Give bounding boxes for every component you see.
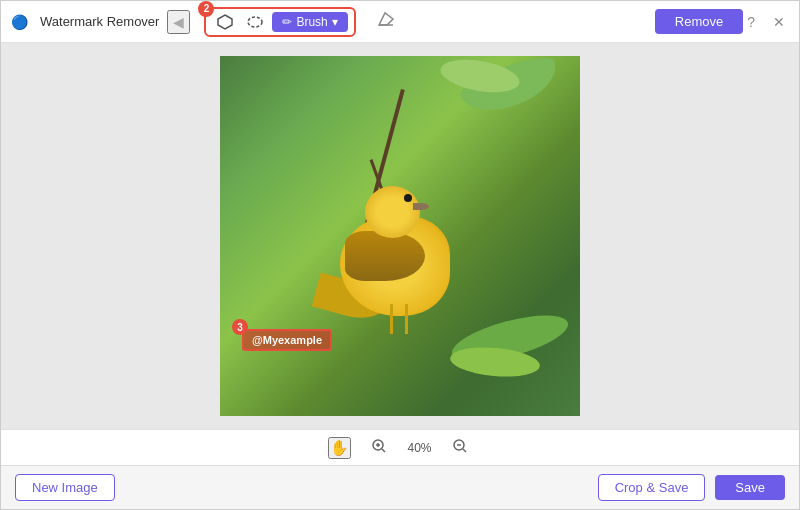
bird-image[interactable] bbox=[220, 56, 580, 416]
crop-save-button[interactable]: Crop & Save bbox=[598, 474, 706, 501]
tool-badge: 2 bbox=[198, 1, 214, 17]
svg-line-6 bbox=[382, 449, 385, 452]
polygon-tool-button[interactable] bbox=[212, 11, 238, 33]
title-bar-center: Remove bbox=[655, 9, 743, 34]
bird-beak bbox=[413, 203, 429, 210]
tool-group: 2 ✏ Brush ▾ bbox=[204, 7, 355, 37]
watermark-text: @Myexample bbox=[242, 329, 332, 351]
footer-right: Crop & Save Save bbox=[598, 474, 785, 501]
title-bar-left: 🔵 Watermark Remover ◀ 2 ✏ Brush ▾ bbox=[11, 7, 655, 37]
svg-marker-0 bbox=[218, 15, 232, 29]
svg-line-9 bbox=[463, 449, 466, 452]
image-container: 3 @Myexample bbox=[220, 56, 580, 416]
brush-dropdown-icon: ▾ bbox=[332, 15, 338, 29]
bird-eye bbox=[404, 194, 412, 202]
zoom-level: 40% bbox=[407, 441, 431, 455]
brush-label: Brush bbox=[296, 15, 327, 29]
brush-tool-button[interactable]: ✏ Brush ▾ bbox=[272, 12, 347, 32]
close-button[interactable]: ✕ bbox=[769, 12, 789, 32]
back-button[interactable]: ◀ bbox=[167, 10, 190, 34]
save-button[interactable]: Save bbox=[715, 475, 785, 500]
footer-left: New Image bbox=[15, 474, 115, 501]
app-logo-icon: 🔵 bbox=[11, 14, 28, 30]
title-bar: 🔵 Watermark Remover ◀ 2 ✏ Brush ▾ bbox=[1, 1, 799, 43]
bird-feet-2 bbox=[405, 304, 408, 334]
bird-feet-1 bbox=[390, 304, 393, 334]
watermark-label: 3 @Myexample bbox=[242, 329, 332, 351]
new-image-button[interactable]: New Image bbox=[15, 474, 115, 501]
title-bar-right: ? ✕ bbox=[743, 12, 789, 32]
eraser-tool-button[interactable] bbox=[370, 7, 402, 36]
main-area: 3 @Myexample bbox=[1, 43, 799, 429]
help-button[interactable]: ? bbox=[743, 12, 759, 32]
app-title: Watermark Remover bbox=[40, 14, 159, 29]
footer: New Image Crop & Save Save bbox=[1, 465, 799, 509]
bird-head bbox=[365, 186, 420, 238]
zoom-out-button[interactable] bbox=[448, 436, 472, 459]
brush-icon: ✏ bbox=[282, 15, 292, 29]
lasso-tool-button[interactable] bbox=[242, 11, 268, 33]
zoom-in-button[interactable] bbox=[367, 436, 391, 459]
remove-button[interactable]: Remove bbox=[655, 9, 743, 34]
watermark-badge: 3 bbox=[232, 319, 248, 335]
bird-wing bbox=[345, 231, 425, 281]
zoom-toolbar: ✋ 40% bbox=[1, 429, 799, 465]
svg-point-1 bbox=[248, 17, 262, 27]
hand-tool-button[interactable]: ✋ bbox=[328, 437, 351, 459]
